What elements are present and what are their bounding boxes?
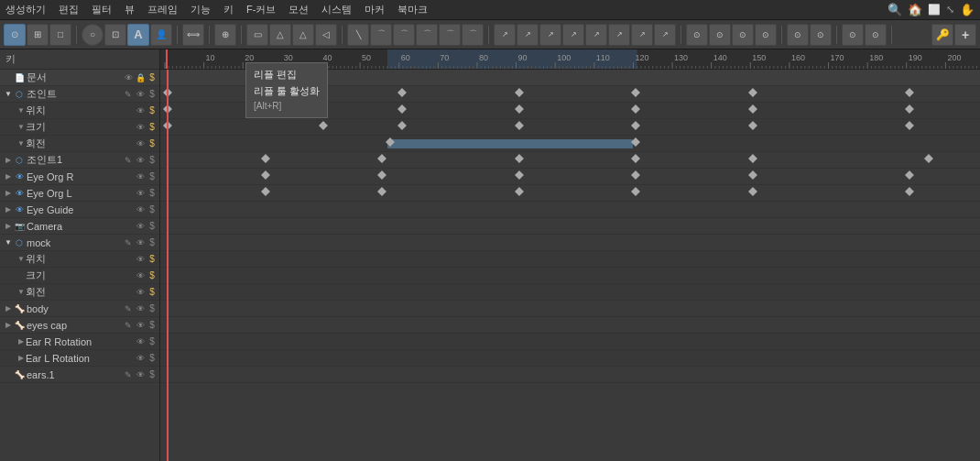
menu-item-system[interactable]: 시스템	[321, 3, 352, 16]
toolbar-btn-motion6[interactable]: ↗	[608, 24, 630, 46]
kf-diamond-2-190[interactable]	[905, 104, 914, 114]
track-row-ear-l-rotation[interactable]: ▶ Ear L Rotation 👁 $	[0, 350, 159, 367]
kf-diamond-7-25[interactable]	[261, 187, 270, 196]
toolbar-btn-pen5[interactable]: ⌒	[439, 24, 461, 46]
expand-ear-r[interactable]: ▶	[16, 337, 26, 346]
edit-icon-joint[interactable]: ✎	[123, 89, 134, 100]
kf-row-18[interactable]	[160, 367, 980, 383]
visibility-icon-mock-pos[interactable]: 👁	[135, 254, 146, 265]
toolbar-btn-view3[interactable]: ⊙	[732, 24, 754, 46]
kf-row-15[interactable]	[160, 317, 980, 334]
toolbar-btn-more2[interactable]: ⊙	[865, 24, 887, 46]
dollar-icon-scale[interactable]: $	[147, 122, 158, 133]
track-row-mock-rot[interactable]: ▼ 회전 👁 $	[0, 284, 159, 301]
kf-diamond-3-0[interactable]	[163, 121, 172, 130]
dollar-icon-body[interactable]: $	[147, 303, 158, 314]
kf-diamond-7-190[interactable]	[905, 187, 914, 196]
dollar-icon-rotation[interactable]: $	[147, 138, 158, 149]
visibility-icon-eyes-cap[interactable]: 👁	[135, 320, 146, 331]
dollar-icon-joint[interactable]: $	[147, 89, 158, 100]
kf-row-7[interactable]	[160, 185, 980, 202]
toolbar-btn-extra2[interactable]: ⊙	[810, 24, 832, 46]
track-row-body[interactable]: ▶ 🦴 body ✎ 👁 $	[0, 301, 159, 317]
menu-item-function[interactable]: 기능	[191, 3, 211, 16]
toolbar-btn-extra1[interactable]: ⊙	[787, 24, 809, 46]
kf-row-12[interactable]	[160, 268, 980, 284]
dollar-icon-position[interactable]: $	[147, 105, 158, 116]
dollar-icon-mock[interactable]: $	[147, 237, 158, 248]
toolbar-btn-text-a[interactable]: A	[127, 24, 149, 46]
visibility-icon-camera[interactable]: 👁	[135, 221, 146, 232]
kf-diamond-7-150[interactable]	[748, 187, 757, 196]
kf-diamond-6-25[interactable]	[261, 170, 270, 180]
track-row-eye-org-r[interactable]: ▶ 👁 Eye Org R 👁 $	[0, 169, 159, 185]
menu-item-view[interactable]: 뷰	[125, 3, 135, 16]
maximize-icon[interactable]: ⤡	[946, 4, 954, 16]
track-row-rotation[interactable]: ▼ 회전 👁 $	[0, 136, 159, 152]
kf-diamond-7-90[interactable]	[515, 187, 524, 196]
kf-diamond-2-120[interactable]	[631, 104, 640, 114]
menu-item-edit[interactable]: 편집	[59, 3, 79, 16]
menu-item-create[interactable]: 생성하기	[5, 3, 46, 16]
toolbar-btn-key[interactable]: 🔑	[931, 24, 953, 46]
visibility-icon-joint1[interactable]: 👁	[135, 155, 146, 166]
kf-diamond-3-120[interactable]	[631, 121, 640, 130]
kf-diamond-1-150[interactable]	[748, 88, 757, 97]
menu-item-frame[interactable]: 프레임	[147, 3, 178, 16]
kf-diamond-5-150[interactable]	[748, 154, 757, 163]
dollar-icon-mock-pos[interactable]: $	[147, 254, 158, 265]
expand-eyes-cap[interactable]: ▶	[4, 321, 13, 330]
track-row-joint[interactable]: ▼ ⬡ 조인트 ✎ 👁 $	[0, 86, 159, 103]
expand-rotation[interactable]: ▼	[16, 139, 26, 148]
dollar-icon-camera[interactable]: $	[147, 221, 158, 232]
toolbar-btn-view1[interactable]: ⊙	[686, 24, 708, 46]
expand-body[interactable]: ▶	[4, 304, 13, 313]
toolbar-btn-pen1[interactable]: ╲	[347, 24, 369, 46]
kf-diamond-6-90[interactable]	[515, 170, 524, 180]
visibility-icon-mock-rot[interactable]: 👁	[135, 287, 146, 298]
toolbar-btn-pen2[interactable]: ⌒	[370, 24, 392, 46]
toolbar-btn-person[interactable]: 👤	[150, 24, 172, 46]
visibility-icon-body[interactable]: 👁	[135, 303, 146, 314]
kf-diamond-2-60[interactable]	[397, 104, 407, 114]
kf-row-16[interactable]	[160, 334, 980, 350]
toolbar-btn-motion7[interactable]: ↗	[631, 24, 653, 46]
kf-diamond-6-190[interactable]	[905, 170, 914, 180]
menu-item-bookmark[interactable]: 북마크	[397, 3, 428, 16]
expand-ear-l[interactable]: ▶	[16, 354, 26, 363]
track-row-eye-guide[interactable]: ▶ 👁 Eye Guide 👁 $	[0, 202, 159, 218]
visibility-icon-eye-org-l[interactable]: 👁	[135, 188, 146, 199]
track-row-mock[interactable]: ▼ ⬡ mock ✎ 👁 $	[0, 235, 159, 251]
toolbar-btn-more1[interactable]: ⊙	[842, 24, 864, 46]
expand-mock-scale[interactable]	[16, 271, 26, 280]
visibility-icon-eye-org-r[interactable]: 👁	[135, 171, 146, 182]
kf-diamond-3-60[interactable]	[397, 121, 407, 130]
toolbar-btn-plus[interactable]: ⊕	[214, 24, 236, 46]
toolbar-btn-arrow[interactable]: ⟺	[182, 24, 204, 46]
kf-diamond-2-0[interactable]	[163, 104, 172, 114]
expand-ears1[interactable]	[4, 370, 13, 379]
kf-row-8[interactable]	[160, 202, 980, 218]
kf-row-9[interactable]	[160, 218, 980, 235]
dollar-icon-ears1[interactable]: $	[147, 369, 158, 380]
expand-document[interactable]	[4, 73, 13, 82]
toolbar-btn-tri1[interactable]: △	[269, 24, 291, 46]
toolbar-btn-motion5[interactable]: ↗	[585, 24, 607, 46]
window-icon[interactable]: ⬜	[928, 4, 941, 16]
expand-eye-org-l[interactable]: ▶	[4, 189, 13, 198]
track-row-document[interactable]: 📄 문서 👁 🔒 $	[0, 70, 159, 86]
toolbar-btn-circle[interactable]: ○	[82, 24, 103, 46]
kf-diamond-6-120[interactable]	[631, 170, 640, 180]
kf-row-5[interactable]	[160, 152, 980, 169]
toolbar-btn-motion1[interactable]: ↗	[494, 24, 516, 46]
dollar-icon-eye-org-l[interactable]: $	[147, 188, 158, 199]
kf-row-13[interactable]	[160, 284, 980, 301]
lock-icon[interactable]: 🔒	[135, 72, 146, 83]
kf-diamond-2-150[interactable]	[748, 104, 757, 114]
kf-diamond-5-25[interactable]	[261, 154, 270, 163]
dollar-icon-ear-r[interactable]: $	[147, 336, 158, 347]
kf-diamond-5-120[interactable]	[631, 154, 640, 163]
kf-diamond-6-150[interactable]	[748, 170, 757, 180]
expand-camera[interactable]: ▶	[4, 222, 13, 231]
toolbar-btn-motion4[interactable]: ↗	[562, 24, 584, 46]
